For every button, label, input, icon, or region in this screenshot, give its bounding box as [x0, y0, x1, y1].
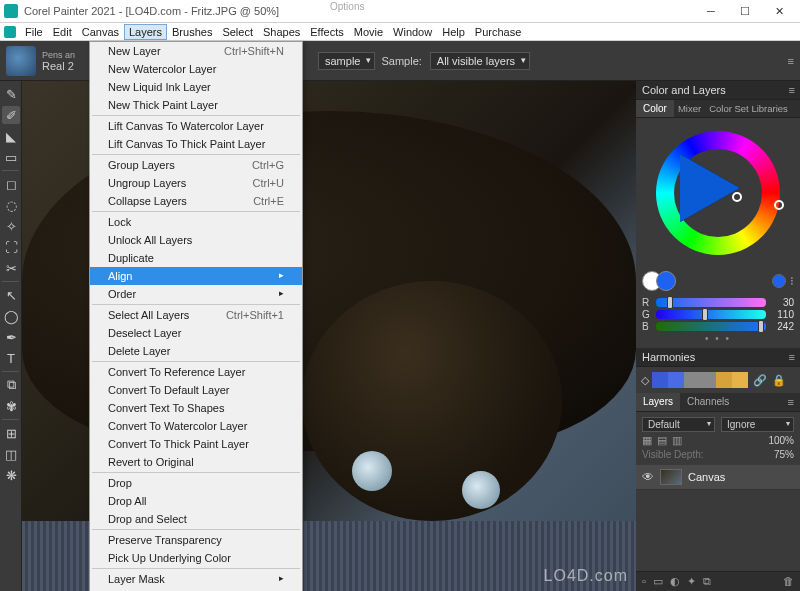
menu-item-convert-to-default-layer[interactable]: Convert To Default Layer	[90, 381, 302, 399]
link-icon[interactable]: 🔗	[753, 374, 767, 387]
menu-canvas[interactable]: Canvas	[77, 24, 124, 40]
harmony-swatch[interactable]	[668, 372, 684, 388]
mini-swatch[interactable]	[772, 274, 786, 288]
menu-item-convert-to-thick-paint-layer[interactable]: Convert To Thick Paint Layer	[90, 435, 302, 453]
menu-item-lift-canvas-to-thick-paint-layer[interactable]: Lift Canvas To Thick Paint Layer	[90, 135, 302, 153]
g-slider[interactable]	[656, 310, 766, 319]
menu-item-pick-up-underlying-color[interactable]: Pick Up Underlying Color	[90, 549, 302, 567]
menu-help[interactable]: Help	[437, 24, 470, 40]
lock-icon[interactable]: 🔒	[772, 374, 786, 387]
menu-item-order[interactable]: Order▸	[90, 285, 302, 303]
panel-menu-icon[interactable]: ≡	[789, 351, 794, 363]
transform-tool-icon[interactable]: ⛶	[2, 238, 20, 256]
lasso-tool-icon[interactable]: ◌	[2, 196, 20, 214]
menu-movie[interactable]: Movie	[349, 24, 388, 40]
tab-mixer[interactable]: Mixer	[674, 100, 705, 117]
menu-item-new-thick-paint-layer[interactable]: New Thick Paint Layer	[90, 96, 302, 114]
b-value[interactable]: 242	[770, 321, 794, 332]
divine-tool-icon[interactable]: ⊞	[2, 424, 20, 442]
harmony-swatch[interactable]	[716, 372, 732, 388]
menu-item-group-layers[interactable]: Group LayersCtrl+G	[90, 156, 302, 174]
harmony-swatch[interactable]	[684, 372, 700, 388]
mirror-tool-icon[interactable]: ◫	[2, 445, 20, 463]
b-slider[interactable]	[656, 322, 766, 331]
menu-item-drop-all[interactable]: Drop All	[90, 492, 302, 510]
menu-item-select-all-layers[interactable]: Select All LayersCtrl+Shift+1	[90, 306, 302, 324]
tab-layers[interactable]: Layers	[636, 393, 680, 411]
panel-menu-icon[interactable]: ≡	[789, 84, 794, 96]
r-slider[interactable]	[656, 298, 766, 307]
menu-purchase[interactable]: Purchase	[470, 24, 526, 40]
color-layers-panel-title[interactable]: Color and Layers ≡	[636, 81, 800, 100]
minimize-button[interactable]: ─	[694, 0, 728, 22]
layer-row-canvas[interactable]: 👁 Canvas	[636, 465, 800, 490]
dropper-tool-icon[interactable]: ✐	[2, 106, 20, 124]
lock-all-icon[interactable]: ▦	[642, 434, 652, 447]
crop-tool-icon[interactable]: ✂	[2, 259, 20, 277]
lock-pos-icon[interactable]: ▥	[672, 434, 682, 447]
dup-icon[interactable]: ⧉	[703, 575, 711, 588]
menu-item-convert-to-watercolor-layer[interactable]: Convert To Watercolor Layer	[90, 417, 302, 435]
doc-icon[interactable]	[4, 26, 16, 38]
opacity-value[interactable]: 100%	[768, 435, 794, 446]
panel-menu-icon[interactable]: ≡	[782, 393, 800, 411]
g-value[interactable]: 110	[770, 309, 794, 320]
new-layer-icon[interactable]: ▫	[642, 575, 646, 588]
options-menu-icon[interactable]: ≡	[788, 55, 794, 67]
color-options-icon[interactable]: ⁝	[790, 274, 794, 288]
eraser-tool-icon[interactable]: ▭	[2, 148, 20, 166]
menu-shapes[interactable]: Shapes	[258, 24, 305, 40]
clone-tool-icon[interactable]: ⧉	[2, 376, 20, 394]
text-tool-icon[interactable]: T	[2, 349, 20, 367]
brush-preview-icon[interactable]	[6, 46, 36, 76]
menu-item-ungroup-layers[interactable]: Ungroup LayersCtrl+U	[90, 174, 302, 192]
kaleidoscope-tool-icon[interactable]: ❋	[2, 466, 20, 484]
menu-item-deselect-layer[interactable]: Deselect Layer	[90, 324, 302, 342]
tab-color[interactable]: Color	[636, 100, 674, 117]
menu-item-new-liquid-ink-layer[interactable]: New Liquid Ink Layer	[90, 78, 302, 96]
fx-icon[interactable]: ✦	[687, 575, 696, 588]
tab-color-set[interactable]: Color Set Libraries	[705, 100, 792, 117]
menu-file[interactable]: File	[20, 24, 48, 40]
mask-mode-dropdown[interactable]: Ignore	[721, 417, 794, 432]
maximize-button[interactable]: ☐	[728, 0, 762, 22]
delete-layer-icon[interactable]: 🗑	[783, 575, 794, 588]
more-dots-icon[interactable]: • • •	[642, 333, 794, 344]
harmony-type-icon[interactable]: ◇	[641, 374, 649, 387]
menu-item-convert-to-reference-layer[interactable]: Convert To Reference Layer	[90, 363, 302, 381]
menu-item-revert-to-original[interactable]: Revert to Original	[90, 453, 302, 471]
menu-edit[interactable]: Edit	[48, 24, 77, 40]
visibility-icon[interactable]: 👁	[642, 470, 654, 484]
sample-source-dropdown[interactable]: All visible layers	[430, 52, 530, 70]
sv-triangle[interactable]	[680, 154, 740, 222]
adjuster-tool-icon[interactable]: ↖	[2, 286, 20, 304]
menu-item-lock[interactable]: Lock	[90, 213, 302, 231]
menu-item-lift-canvas-to-watercolor-layer[interactable]: Lift Canvas To Watercolor Layer	[90, 117, 302, 135]
menu-brushes[interactable]: Brushes	[167, 24, 217, 40]
menu-item-unlock-all-layers[interactable]: Unlock All Layers	[90, 231, 302, 249]
menu-effects[interactable]: Effects	[305, 24, 348, 40]
menu-item-new-layer[interactable]: New LayerCtrl+Shift+N	[90, 42, 302, 60]
menu-item-preserve-transparency[interactable]: Preserve Transparency	[90, 531, 302, 549]
clone-sample-dropdown[interactable]: sample	[318, 52, 375, 70]
menu-item-layer-mask[interactable]: Layer Mask▸	[90, 570, 302, 588]
harmonies-panel-title[interactable]: Harmonies ≡	[636, 348, 800, 367]
brush-tool-icon[interactable]: ✎	[2, 85, 20, 103]
close-button[interactable]: ✕	[762, 0, 796, 22]
harmony-swatch[interactable]	[700, 372, 716, 388]
menu-item-drop-and-select[interactable]: Drop and Select	[90, 510, 302, 528]
menu-item-new-watercolor-layer[interactable]: New Watercolor Layer	[90, 60, 302, 78]
tab-channels[interactable]: Channels	[680, 393, 736, 411]
menu-layers[interactable]: Layers	[124, 24, 167, 40]
harmony-swatch[interactable]	[732, 372, 748, 388]
menu-item-drop[interactable]: Drop	[90, 474, 302, 492]
stamp-tool-icon[interactable]: ✾	[2, 397, 20, 415]
hue-indicator[interactable]	[774, 200, 784, 210]
mask-icon[interactable]: ◐	[670, 575, 680, 588]
color-wheel[interactable]	[636, 118, 800, 268]
layer-name[interactable]: Canvas	[688, 471, 725, 483]
selection-tool-icon[interactable]: ◻	[2, 175, 20, 193]
menu-item-delete-layer[interactable]: Delete Layer	[90, 342, 302, 360]
lock-pixels-icon[interactable]: ▤	[657, 434, 667, 447]
menu-item-collapse-layers[interactable]: Collapse LayersCtrl+E	[90, 192, 302, 210]
